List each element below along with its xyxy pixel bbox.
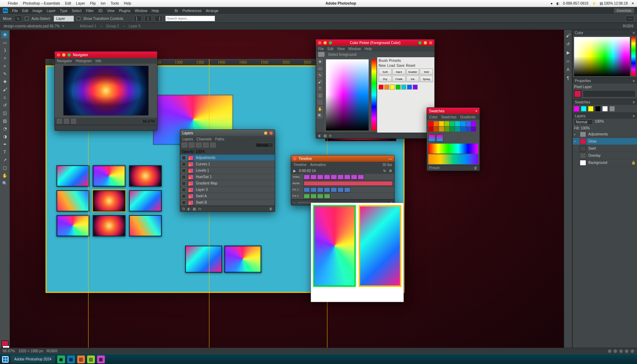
- visibility-icon[interactable]: [182, 188, 186, 192]
- swatch[interactable]: [428, 127, 433, 132]
- visibility-icon[interactable]: [182, 156, 186, 160]
- thumbnail[interactable]: [129, 165, 162, 187]
- crop-tool-icon[interactable]: ⌗: [1, 63, 9, 70]
- show-transform-checkbox[interactable]: [77, 17, 80, 20]
- minimize-icon[interactable]: [424, 41, 427, 44]
- thumbnail[interactable]: [185, 246, 222, 273]
- clip[interactable]: [331, 175, 337, 180]
- panel-titlebar[interactable]: Swatches ×: [427, 108, 480, 114]
- layer-row[interactable]: ▾Glow: [573, 138, 637, 145]
- adjust-icon[interactable]: ▦: [193, 207, 196, 211]
- menu-help[interactable]: Help: [152, 9, 159, 13]
- document-tab[interactable]: design-cosmic-abstracts.psd 66.7% ×: [4, 24, 64, 28]
- visibility-icon[interactable]: [182, 194, 186, 198]
- layers-panel[interactable]: Layers Layers Channels Paths Normal O: [180, 129, 275, 212]
- menu-view[interactable]: View: [107, 9, 115, 13]
- preset-tab[interactable]: Save: [396, 64, 405, 68]
- hand-tool-icon[interactable]: ✋: [1, 172, 9, 179]
- tool-icon[interactable]: ✋: [317, 106, 323, 112]
- clip[interactable]: [304, 187, 310, 192]
- mac-item[interactable]: Flip: [90, 1, 96, 5]
- tool-icon[interactable]: ◫: [317, 92, 323, 98]
- thumbnail[interactable]: [57, 215, 89, 236]
- layer-row[interactable]: ▸Adjustments: [573, 131, 637, 138]
- zoom-out-icon[interactable]: [57, 119, 62, 124]
- swatch[interactable]: [396, 85, 401, 90]
- clip[interactable]: [304, 175, 310, 180]
- close-tab-icon[interactable]: ×: [62, 24, 64, 28]
- mac-item[interactable]: Edit: [65, 1, 71, 5]
- lasso-tool-icon[interactable]: ʖ: [1, 47, 9, 54]
- timeline-track[interactable]: FX 1: [291, 187, 394, 193]
- marquee-tool-icon[interactable]: ▭: [1, 39, 9, 46]
- swatch[interactable]: [384, 85, 389, 90]
- navigator-panel[interactable]: Navigator Navigator Histogram Info 66.67…: [54, 51, 157, 131]
- menu-select[interactable]: Select: [72, 9, 82, 13]
- thumbnail[interactable]: [224, 246, 261, 273]
- color-field[interactable]: [574, 37, 630, 76]
- eraser-tool-icon[interactable]: ◫: [1, 109, 9, 117]
- opt-segment[interactable]: ⤡: [14, 16, 22, 22]
- panel-titlebar[interactable]: Layers: [180, 130, 275, 136]
- zoom-tool-icon[interactable]: 🔍: [1, 180, 9, 187]
- menu-image[interactable]: Image: [32, 9, 42, 13]
- menu-item[interactable]: View: [337, 47, 345, 51]
- clip[interactable]: [317, 194, 323, 199]
- clip[interactable]: [337, 187, 344, 192]
- menu-layer[interactable]: Layer: [47, 9, 55, 13]
- menu-edit[interactable]: Edit: [22, 9, 28, 13]
- minimize-icon[interactable]: [323, 41, 327, 44]
- clip[interactable]: [324, 187, 330, 192]
- history-brush-icon[interactable]: ↺: [1, 102, 9, 109]
- thumbnail[interactable]: [93, 215, 125, 236]
- layer-row[interactable]: Curves 1: [180, 161, 275, 167]
- swatch[interactable]: [450, 127, 455, 132]
- zoom-icon[interactable]: [418, 41, 422, 44]
- folder-icon[interactable]: 🗀: [198, 207, 202, 211]
- thumbnail[interactable]: [57, 190, 89, 212]
- close-icon[interactable]: [57, 53, 60, 57]
- visibility-icon[interactable]: [182, 175, 186, 179]
- layer-row[interactable]: Levels 1: [180, 167, 275, 174]
- visibility-icon[interactable]: [182, 181, 186, 186]
- history-panel-icon[interactable]: ↺: [565, 41, 571, 47]
- taskbar-icon[interactable]: ▧: [77, 355, 85, 363]
- zoom-readout[interactable]: 66.67%: [3, 349, 15, 353]
- swatch[interactable]: [595, 106, 600, 111]
- taskbar-icon[interactable]: ▦: [67, 355, 75, 363]
- eyedropper-tool-icon[interactable]: ✎: [1, 70, 9, 77]
- opacity-label[interactable]: Opacity: 100%: [182, 150, 205, 154]
- filter-icon[interactable]: [189, 143, 194, 148]
- chevron-down-icon[interactable]: ▾: [574, 139, 578, 143]
- swatch[interactable]: [471, 127, 476, 132]
- clip[interactable]: [304, 194, 310, 199]
- brush-tool-icon[interactable]: 🖌: [1, 86, 9, 93]
- swatch[interactable]: [450, 121, 455, 126]
- fill-field[interactable]: Fill: 100%: [574, 126, 590, 130]
- close-icon[interactable]: [318, 41, 321, 44]
- char-panel-icon[interactable]: A: [565, 67, 571, 73]
- chevron-down-icon[interactable]: ▸: [574, 132, 578, 136]
- move-tool-icon[interactable]: ✥: [1, 31, 9, 38]
- tab[interactable]: Info: [95, 59, 101, 63]
- swatch[interactable]: [460, 127, 465, 132]
- clip[interactable]: [310, 194, 317, 199]
- play-icon[interactable]: ▶: [293, 169, 296, 173]
- clip[interactable]: [344, 187, 350, 192]
- filter-icon[interactable]: [196, 143, 202, 148]
- menu-item[interactable]: Window: [348, 47, 361, 51]
- swatch[interactable]: [401, 85, 406, 90]
- tool-icon[interactable]: ✥: [317, 59, 323, 64]
- trash-icon[interactable]: 🗑: [269, 207, 273, 211]
- zoom-icon[interactable]: [329, 41, 332, 44]
- footer-icon[interactable]: ◐: [318, 134, 321, 138]
- filter-icon[interactable]: [182, 143, 187, 148]
- swatch[interactable]: [444, 127, 449, 132]
- brush-preset-button[interactable]: Hard: [392, 69, 406, 75]
- brush-panel-icon[interactable]: 🖌: [565, 33, 571, 38]
- mac-item[interactable]: Photoshop – Essentials: [23, 1, 60, 5]
- status-icon[interactable]: ⚡: [592, 1, 596, 5]
- search-input[interactable]: [165, 16, 215, 21]
- visibility-icon[interactable]: [182, 200, 186, 205]
- path-tool-icon[interactable]: ↗: [1, 156, 9, 164]
